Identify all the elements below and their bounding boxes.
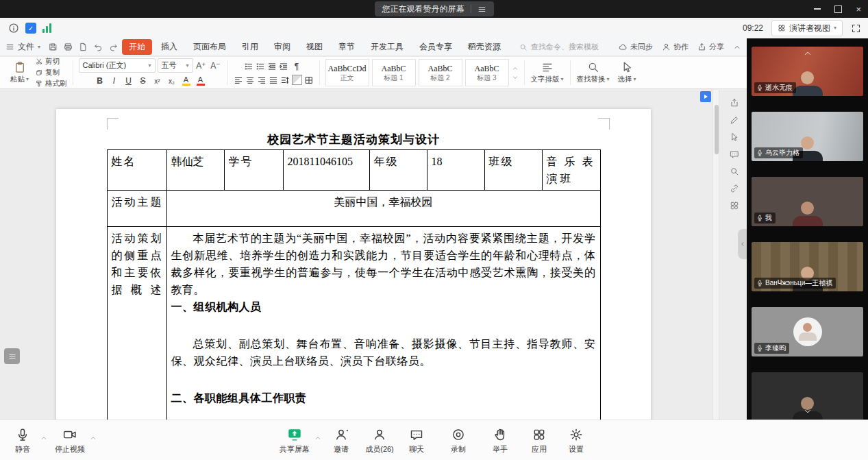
tab-page-layout[interactable]: 页面布局 — [186, 39, 233, 55]
share-button[interactable]: 分享 — [697, 42, 724, 52]
apps-panel-icon[interactable] — [730, 201, 739, 210]
copy-button[interactable]: 复制 — [36, 68, 67, 77]
cell-overview-label[interactable]: 活动策划的侧重点和主要依据概述 — [107, 227, 166, 420]
paste-button[interactable]: 粘贴▾ — [6, 60, 33, 85]
edit-pen-icon[interactable] — [730, 115, 739, 125]
find-icon[interactable] — [730, 167, 739, 176]
cell-grade-value[interactable]: 18 — [427, 150, 484, 191]
outdent-icon[interactable] — [267, 62, 277, 71]
invite-button[interactable]: 邀请 — [322, 426, 360, 455]
members-button[interactable]: 成员(26) — [360, 426, 399, 455]
line-spacing-icon[interactable] — [280, 75, 290, 85]
participant-video[interactable]: ВанЧжэньци—王祯祺 — [752, 242, 863, 291]
print-preview-icon[interactable] — [79, 43, 88, 51]
font-color-button[interactable]: A — [195, 75, 207, 87]
share-doc-icon[interactable] — [730, 98, 739, 108]
chevron-up-icon[interactable] — [512, 65, 519, 72]
bold-button[interactable]: B — [94, 75, 106, 87]
meeting-toolbar-toggle[interactable] — [4, 348, 20, 364]
tab-home[interactable]: 开始 — [122, 39, 152, 55]
meeting-health-icon[interactable]: ✓ — [25, 23, 36, 34]
minimize-button[interactable] — [814, 8, 821, 10]
panel-collapse-handle[interactable] — [738, 229, 747, 259]
tab-insert[interactable]: 插入 — [154, 39, 184, 55]
style-heading2[interactable]: AaBbC 标题 2 — [419, 59, 462, 86]
bullet-list-icon[interactable] — [244, 62, 253, 71]
cell-id-label[interactable]: 学号 — [224, 150, 283, 191]
mute-options-chevron[interactable] — [40, 435, 47, 441]
participant-video[interactable]: 我 — [752, 177, 863, 226]
italic-button[interactable]: I — [108, 75, 121, 87]
collaborate-button[interactable]: 协作 — [662, 42, 689, 52]
print-icon[interactable] — [64, 43, 73, 51]
stop-video-button[interactable]: 停止视频 — [51, 426, 89, 455]
tab-view[interactable]: 视图 — [299, 39, 330, 55]
justify-icon[interactable] — [269, 75, 278, 85]
indent-icon[interactable] — [279, 62, 288, 71]
style-heading1[interactable]: AaBbC 标题 1 — [372, 59, 416, 86]
align-right-icon[interactable] — [257, 75, 266, 85]
undo-icon[interactable] — [94, 43, 103, 51]
style-normal[interactable]: AaBbCcDd 正文 — [325, 59, 369, 86]
cell-theme-value[interactable]: 美丽中国，幸福校园 — [166, 191, 600, 227]
shrink-font-button[interactable]: A⁻ — [210, 60, 222, 72]
highlight-color-button[interactable]: A — [180, 75, 193, 87]
participant-video[interactable]: 乌云毕力格 — [752, 112, 863, 161]
vertical-scrollbar[interactable] — [712, 90, 719, 420]
redo-icon[interactable] — [109, 43, 118, 51]
subscript-button[interactable]: x₂ — [166, 75, 178, 87]
style-gallery-arrows[interactable] — [512, 65, 519, 81]
scrollbar-thumb[interactable] — [715, 105, 719, 154]
doc-locate-button[interactable] — [700, 91, 711, 102]
select-cursor-icon[interactable] — [730, 132, 739, 142]
banner-menu-icon[interactable] — [478, 5, 486, 14]
cell-grade-label[interactable]: 年级 — [369, 150, 427, 191]
view-mode-button[interactable]: 演讲者视图 ▾ — [771, 20, 843, 36]
find-replace-button[interactable]: 查找替换▾ — [573, 57, 614, 88]
share-options-chevron[interactable] — [314, 435, 321, 441]
paragraph-mark-button[interactable]: ¶ — [290, 60, 303, 73]
command-search[interactable]: 查找命令、搜索模板 — [519, 42, 599, 52]
cut-button[interactable]: 剪切 — [36, 57, 67, 66]
cell-overview-body[interactable]: 本届艺术节的主题为“美丽中国，幸福校园”，活动内容要紧紧围绕主题，开发学生创新思… — [166, 227, 600, 420]
tab-resources[interactable]: 稻壳资源 — [461, 39, 508, 55]
raise-hand-button[interactable]: 举手 — [481, 426, 519, 455]
font-name-select[interactable]: Calibri (正文) ▾ — [79, 58, 156, 73]
mute-button[interactable]: 静音 — [3, 426, 42, 455]
document-title[interactable]: 校园艺术节主题活动策划与设计 — [56, 109, 651, 147]
underline-button[interactable]: U — [123, 75, 135, 87]
file-menu[interactable]: 文件 ▾ — [5, 41, 40, 53]
superscript-button[interactable]: x² — [151, 75, 164, 87]
share-screen-button[interactable]: 共享屏幕 — [275, 426, 314, 455]
chevron-down-icon[interactable] — [512, 74, 519, 81]
align-left-icon[interactable] — [234, 75, 243, 85]
tab-review[interactable]: 审阅 — [267, 39, 297, 55]
maximize-button[interactable] — [834, 5, 842, 13]
hyperlink-icon[interactable] — [730, 184, 739, 193]
cell-theme-label[interactable]: 活动主题 — [107, 191, 166, 227]
shading-button[interactable] — [292, 75, 302, 85]
format-painter-button[interactable]: 格式刷 — [36, 79, 67, 88]
cell-name-label[interactable]: 姓名 — [107, 150, 166, 191]
record-button[interactable]: 录制 — [439, 426, 478, 455]
cell-name-value[interactable]: 韩仙芝 — [166, 150, 224, 191]
cell-class-value[interactable]: 音乐表演班 — [542, 150, 600, 191]
panel-scroll-up-icon[interactable] — [803, 49, 813, 58]
tab-developer[interactable]: 开发工具 — [364, 39, 410, 55]
close-button[interactable]: × — [856, 5, 861, 14]
borders-icon[interactable] — [304, 75, 314, 85]
panel-scroll-down-icon[interactable] — [803, 407, 813, 416]
font-size-select[interactable]: 五号 ▾ — [158, 58, 193, 73]
strikethrough-button[interactable]: S — [137, 75, 149, 87]
chat-button[interactable]: 聊天 — [397, 426, 436, 455]
apps-button[interactable]: 应用 — [520, 426, 558, 455]
video-options-chevron[interactable] — [90, 435, 97, 441]
style-heading3[interactable]: AaBbC 标题 3 — [465, 59, 509, 86]
numbered-list-icon[interactable] — [256, 62, 265, 71]
cell-id-value[interactable]: 201811046105 — [283, 150, 369, 191]
fullscreen-icon[interactable] — [851, 23, 861, 34]
settings-button[interactable]: 设置 — [557, 426, 595, 455]
tab-member[interactable]: 会员专享 — [412, 39, 459, 55]
meeting-info-icon[interactable] — [8, 23, 19, 34]
align-center-icon[interactable] — [245, 75, 255, 85]
